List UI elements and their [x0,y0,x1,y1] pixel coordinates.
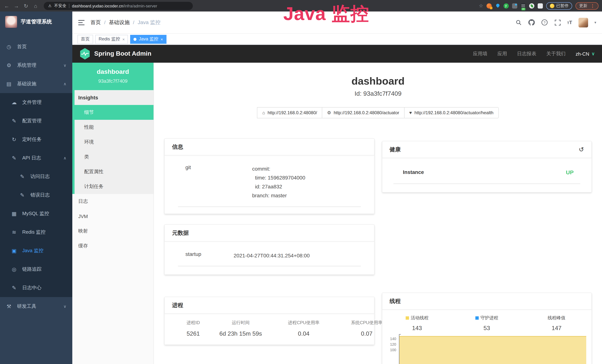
update-label: 更新 [579,3,587,9]
sba-sidebar-item-label: 映射 [78,228,88,234]
sba-nav-item[interactable]: 应用 [497,50,507,57]
sidebar-subitem[interactable]: ◎ 链路追踪 [0,260,72,278]
sidebar-item-label: 配置管理 [22,118,61,124]
sidebar-item[interactable]: ◷ 首页 [0,37,72,56]
search-icon[interactable] [515,19,522,26]
sidebar-subitem[interactable]: ✎ API 日志 ∧ [0,149,72,167]
sidebar-subitem[interactable]: ✎ 日志中心 [0,278,72,297]
help-icon[interactable]: ? [541,19,548,26]
extension-switch-icon[interactable] [521,3,526,8]
browser-menu-icon[interactable]: ⋮ [590,3,595,8]
threads-value: 147 [522,325,591,332]
infrastructure-icon: ▤ [6,81,12,87]
sba-sidebar-item[interactable]: 日志 [72,194,153,209]
sidebar-subitem[interactable]: ☁ 文件管理 [0,93,72,112]
legend-item: 线程峰值 [522,315,591,321]
sidebar-subitem[interactable]: ▦ MySQL 监控 [0,204,72,223]
page-subtitle: Id: 93a3fc7f7409 [154,90,602,97]
extensions-puzzle-icon[interactable] [538,3,543,8]
back-icon[interactable]: ← [4,3,10,9]
process-value: 0.04 [272,331,335,337]
sidebar-subitem[interactable]: ▣ Java 监控 [0,241,72,260]
extension-grid-icon[interactable] [512,3,517,8]
sba-title: Spring Boot Admin [94,50,151,57]
process-card: 进程 进程ID运行时间进程CPU使用率系统CPU使用率CPU核心数 52616d… [164,297,374,345]
log-center-icon: ✎ [11,285,17,291]
breadcrumb-item[interactable]: 首页 [90,19,101,26]
sba-sidebar-item[interactable]: 配置属性 [75,164,153,179]
sba-sidebar-item-label: 计划任务 [84,183,103,190]
instance-header[interactable]: dashboard 93a3fc7f7409 [72,63,153,90]
sba-sidebar-item-label: JVM [78,214,88,219]
sba-sidebar-item[interactable]: 映射 [72,224,153,238]
breadcrumb-item[interactable]: 基础设施 [109,19,129,26]
process-column-label: 进程ID [177,320,209,326]
extension-leaf-icon[interactable] [529,3,534,8]
user-avatar[interactable] [579,18,588,27]
spring-boot-admin-logo-icon [80,48,90,60]
sidebar-subitem[interactable]: ✎ 配置管理 [0,112,72,130]
paused-badge[interactable]: 已暂停 [546,2,572,10]
update-button[interactable]: 更新 ⋮ [575,2,599,10]
api-log-icon: ✎ [11,155,17,161]
sidebar-subitem[interactable]: ✎ 错误日志 [0,186,72,204]
card-title: 线程 [389,298,401,305]
url-button[interactable]: ⌂ http://192.168.0.2:48080/ [257,107,322,118]
tab[interactable]: Java 监控 × [130,35,166,43]
sba-sidebar: dashboard 93a3fc7f7409 Insights 细节 [72,63,154,364]
sidebar-subitem[interactable]: ≋ Redis 监控 [0,223,72,241]
mysql-monitor-icon: ▦ [11,211,17,217]
sidebar-item[interactable]: ⚒ 研发工具 ∨ [0,297,72,316]
sidebar-item[interactable]: ▤ 基础设施 ∧ [0,75,72,93]
extension-pin-icon[interactable] [495,3,500,8]
sidebar-subitem[interactable]: ✎ 访问日志 [0,167,72,186]
sba-nav-item[interactable]: 应用墙 [473,50,487,57]
address-bar[interactable]: ⚠ 不安全 dashboard.yudao.iocoder.cn/infra/a… [44,2,193,10]
hamburger-icon[interactable] [78,20,85,25]
sidebar-subitem[interactable]: ↻ 定时任务 [0,130,72,149]
sidebar-item-label: 错误日志 [30,192,61,198]
app-logo-row[interactable]: 芋道管理系统 [0,11,72,32]
security-warning-icon: ⚠ [48,4,52,8]
sba-sidebar-item[interactable]: 缓存 [72,238,153,253]
sba-nav-item[interactable]: 关于我们 [546,50,566,57]
text-size-icon[interactable]: TT [567,20,572,25]
tab-close-icon[interactable]: × [122,37,125,41]
sidebar-item[interactable]: ⚙ 系统管理 ∨ [0,56,72,75]
url-button[interactable]: ♥ http://192.168.0.2:48080/actuator/heal… [404,107,499,118]
wrench-icon: ⚙ [327,110,331,115]
paused-label: 已暂停 [556,3,569,9]
bookmark-star-icon[interactable]: ☆ [479,3,483,9]
sba-sidebar-item[interactable]: 细节 [75,105,153,120]
extension-orange-icon[interactable] [486,3,492,8]
sidebar-menu: ◷ 首页 ⚙ 系统管理 ∨ ▤ 基础设施 [0,37,72,364]
metadata-card: 元数据 startup 2021-04-27T00:44:31.254+08:0… [164,224,374,275]
breadcrumb-item[interactable]: Java 监控 [138,19,161,26]
avatar-caret-icon[interactable]: ▾ [594,20,596,24]
extension-green-y-icon[interactable] [504,3,509,8]
legend-label: 守护进程 [480,315,498,321]
sba-language-select[interactable]: zh-CN ∨ [576,51,595,57]
insights-group: Insights 细节 性能 [72,90,153,194]
sba-nav-item[interactable]: 日志报表 [517,50,536,57]
sba-sidebar-item[interactable]: 类 [75,150,153,164]
github-icon[interactable] [528,19,535,26]
sba-sidebar-item[interactable]: 性能 [75,120,153,135]
forward-icon[interactable]: → [13,3,19,9]
tab[interactable]: 首页 × [77,35,93,43]
legend-label: 线程峰值 [548,315,566,321]
tab[interactable]: Redis 监控 × [95,35,128,43]
sba-sidebar-item[interactable]: JVM [72,209,153,224]
sba-sidebar-item[interactable]: 计划任务 [75,179,153,194]
legend-swatch-icon [475,316,479,320]
reload-icon[interactable]: ↻ [23,3,29,9]
fullscreen-icon[interactable] [554,19,561,26]
tab-close-icon[interactable]: × [161,37,163,41]
sba-sidebar-item[interactable]: 环境 [75,135,153,150]
home-icon[interactable]: ⌂ [33,3,39,9]
url-button[interactable]: ⚙ http://192.168.0.2:48080/actuator [322,107,404,118]
app-sidebar: 芋道管理系统 ◷ 首页 ⚙ 系统管理 ∨ [0,11,72,364]
sba-header: Spring Boot Admin 应用墙 应用 日志报表 关于我们 [72,45,602,63]
history-icon[interactable]: ↺ [579,146,584,153]
config-management-icon: ✎ [11,118,17,124]
